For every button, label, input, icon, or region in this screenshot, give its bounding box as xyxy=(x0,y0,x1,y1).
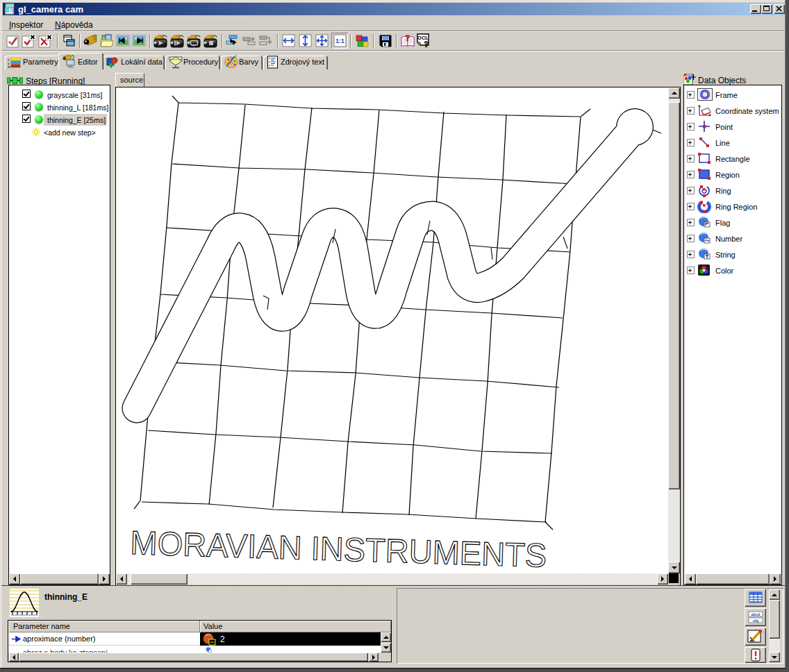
svg-text:1:1: 1:1 xyxy=(335,37,344,44)
svg-text:w: w xyxy=(8,65,10,68)
svg-text:efg: efg xyxy=(752,619,758,623)
svg-text:?: ? xyxy=(406,33,410,43)
svg-text:abcd: abcd xyxy=(751,612,760,616)
svg-text:MORAVIAN INSTRUMENTS: MORAVIAN INSTRUMENTS xyxy=(130,524,547,573)
svg-text:?: ? xyxy=(424,39,429,49)
